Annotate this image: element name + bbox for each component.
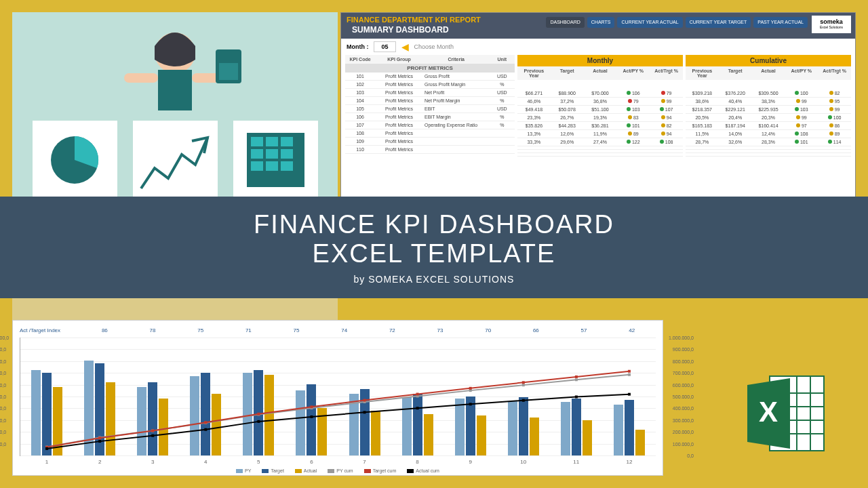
month-label: Month : [347,43,368,50]
illustration-panel [12,12,338,202]
svg-rect-20 [281,161,293,171]
table-row: 102Profit MetricsGross Profit Margin% [345,81,515,89]
title-banner: FINANCE KPI DASHBOARD EXCEL TEMPLATE by … [0,197,868,298]
svg-rect-12 [251,137,263,146]
dashboard-header: FINANCE DEPARTMENT KPI REPORT SUMMARY DA… [341,13,855,39]
table-row: $309.218$376.220$309.50010082 [686,89,851,98]
bar-group: 2 [73,338,126,455]
kpi-header-row: KPI Code KPI Group Criteria Unit [345,55,515,64]
table-row: 46,6%37,2%36,8%7999 [517,98,683,106]
bar-group: 7 [338,338,391,455]
svg-rect-18 [251,161,263,171]
table-row: $35.826$44.283$36.28110182 [517,122,683,130]
arrow-left-icon[interactable]: ◀ [401,41,409,52]
banner-byline: by SOMEKA EXCEL SOLUTIONS [354,274,515,285]
table-row [517,153,683,157]
table-row: 11,5%14,0%12,4%10889 [686,130,851,138]
table-row: $165.183$187.194$160.4149786 [686,122,851,130]
monthly-header: Monthly [517,55,683,66]
svg-rect-9 [133,121,218,199]
table-row: 28,7%32,6%28,3%101114 [686,138,851,146]
dashboard-window: FINANCE DEPARTMENT KPI REPORT SUMMARY DA… [340,12,856,216]
table-row: 20,5%20,4%20,3%99100 [686,114,851,122]
section-profit-metrics: PROFIT METRICS [345,64,515,73]
table-row: 23,3%26,7%19,3%8394 [517,114,683,122]
index-label: Act /Target Index [20,327,81,333]
bar-group: 10 [497,338,550,455]
table-row [686,153,851,157]
person-illustration [12,12,338,202]
table-row: 106Profit MetricsEBIT Margin% [345,113,515,121]
bar-group: 4 [179,338,232,455]
month-input[interactable]: 05 [374,41,395,52]
svg-rect-13 [266,137,278,146]
choose-month-text: Choose Month [414,43,454,50]
report-subtitle: SUMMARY DASHBOARD [347,24,481,36]
svg-rect-16 [266,149,278,159]
monthly-panel: Monthly Previous YearTargetActualAct/PY … [517,55,683,157]
bar-group: 11 [550,338,603,455]
report-title: FINANCE DEPARTMENT KPI REPORT [347,16,481,24]
bar-group: 9 [444,338,497,455]
svg-rect-6 [219,63,238,80]
table-row: $49.418$50.078$51.100103107 [517,106,683,114]
someka-logo: somekaExcel Solutions [812,16,851,33]
bar-group: 6 [285,338,338,455]
table-row: 105Profit MetricsEBITUSD [345,105,515,113]
chart-panel: Act /Target Index 8678757175747273706657… [12,320,663,476]
svg-rect-19 [266,161,278,171]
table-row: 107Profit MetricsOperating Expense Ratio… [345,121,515,129]
table-row: 109Profit Metrics [345,138,515,146]
nav-py-actual[interactable]: PAST YEAR ACTUAL [753,17,808,28]
kpi-info-panel: KPI Code KPI Group Criteria Unit PROFIT … [345,55,515,157]
nav-charts[interactable]: CHARTS [587,17,615,28]
svg-text:X: X [759,396,778,428]
banner-line2: EXCEL TEMPLATE [313,239,556,268]
table-row: $218.357$229.121$225.93510399 [686,106,851,114]
table-row: $66.271$88.900$70.00010679 [517,89,683,98]
chart-legend: PY Target Actual PY cum Target cum Actua… [20,468,656,473]
svg-rect-14 [281,137,293,146]
cumulative-panel: Cumulative Previous YearTargetActualAct/… [686,55,851,157]
bar-group: 3 [126,338,179,455]
bar-group: 12 [603,338,656,455]
svg-rect-17 [281,149,293,159]
chart-area: 0,00,010.000,0100.000,020.000,0200.000,0… [20,338,656,456]
table-row: 101Profit MetricsGross ProfitUSD [345,73,515,81]
svg-rect-2 [158,70,192,110]
cumulative-header: Cumulative [686,55,851,66]
table-row: 33,3%29,6%27,4%122108 [517,138,683,146]
bar-group: 1 [20,338,73,455]
nav-cy-target[interactable]: CURRENT YEAR TARGET [686,17,751,28]
nav-buttons: DASHBOARD CHARTS CURRENT YEAR ACTUAL CUR… [546,17,808,28]
banner-line1: FINANCE KPI DASHBOARD [254,210,614,239]
index-row: Act /Target Index 8678757175747273706657… [20,327,656,333]
nav-cy-actual[interactable]: CURRENT YEAR ACTUAL [617,17,682,28]
svg-rect-15 [251,149,263,159]
svg-rect-3 [124,73,158,83]
table-row: 110Profit Metrics [345,146,515,154]
table-row: 103Profit MetricsNet ProfitUSD [345,89,515,97]
bar-group: 8 [391,338,444,455]
table-row: 108Profit Metrics [345,129,515,138]
table-row: 13,3%12,6%11,9%8994 [517,130,683,138]
bar-group: 5 [232,338,285,455]
nav-dashboard[interactable]: DASHBOARD [546,17,584,28]
table-row: 104Profit MetricsNet Profit Margin% [345,97,515,105]
excel-icon: X [739,366,834,461]
table-row: 38,6%40,4%38,3%9995 [686,98,851,106]
month-selector-row: Month : 05 ◀ Choose Month [341,39,855,55]
